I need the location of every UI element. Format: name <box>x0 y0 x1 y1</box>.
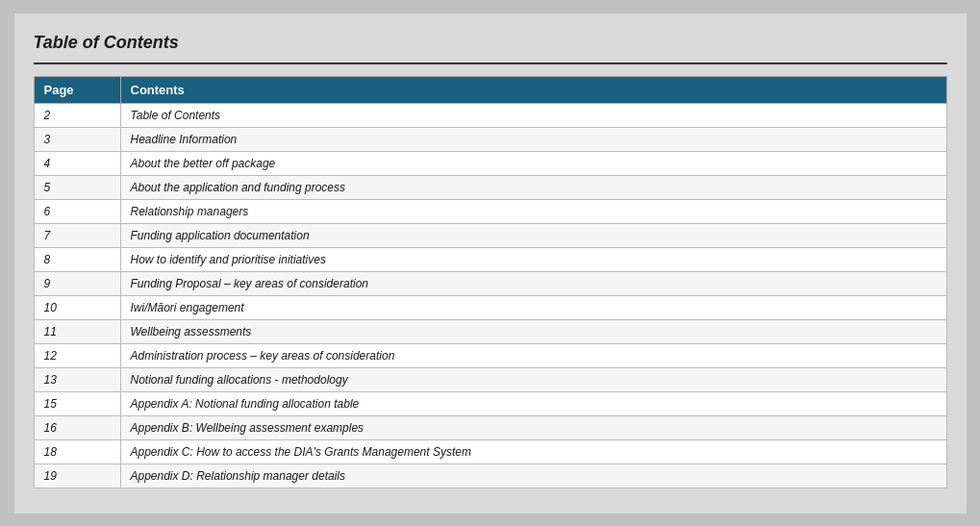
table-row: 4About the better off package <box>34 151 946 175</box>
table-row: 8How to identify and prioritise initiati… <box>34 247 946 271</box>
table-row: 12Administration process – key areas of … <box>34 343 946 367</box>
contents-cell: About the better off package <box>120 151 946 175</box>
page-number-cell: 2 <box>34 103 120 127</box>
page-number-cell: 16 <box>34 415 120 439</box>
page-number-cell: 4 <box>34 151 120 175</box>
title-divider <box>34 63 947 64</box>
contents-cell: Wellbeing assessments <box>120 319 946 343</box>
page-column-header: Page <box>34 76 120 103</box>
page-title: Table of Contents <box>34 33 947 53</box>
contents-cell: Appendix D: Relationship manager details <box>120 463 946 488</box>
table-row: 13Notional funding allocations - methodo… <box>34 367 946 391</box>
table-row: 3Headline Information <box>34 127 946 151</box>
page-number-cell: 19 <box>34 463 120 488</box>
table-row: 6Relationship managers <box>34 199 946 223</box>
contents-cell: Table of Contents <box>120 103 946 127</box>
page-number-cell: 3 <box>34 127 120 151</box>
table-row: 11Wellbeing assessments <box>34 319 946 343</box>
page-number-cell: 5 <box>34 175 120 199</box>
contents-cell: Headline Information <box>120 127 946 151</box>
contents-cell: Iwi/Māori engagement <box>120 295 946 319</box>
contents-cell: About the application and funding proces… <box>120 175 946 199</box>
toc-body: 2Table of Contents3Headline Information4… <box>34 103 946 488</box>
page-number-cell: 8 <box>34 247 120 271</box>
page-number-cell: 13 <box>34 367 120 391</box>
page-number-cell: 10 <box>34 295 120 319</box>
page-number-cell: 6 <box>34 199 120 223</box>
table-row: 9Funding Proposal – key areas of conside… <box>34 271 946 295</box>
contents-cell: Relationship managers <box>120 199 946 223</box>
contents-cell: Appendix C: How to access the DIA's Gran… <box>120 439 946 463</box>
table-header-row: Page Contents <box>34 76 946 103</box>
page-number-cell: 7 <box>34 223 120 247</box>
contents-cell: Notional funding allocations - methodolo… <box>120 367 946 391</box>
contents-cell: How to identify and prioritise initiativ… <box>120 247 946 271</box>
table-row: 10Iwi/Māori engagement <box>34 295 946 319</box>
page-number-cell: 11 <box>34 319 120 343</box>
page-number-cell: 18 <box>34 439 120 463</box>
contents-cell: Appendix A: Notional funding allocation … <box>120 391 946 415</box>
contents-cell: Appendix B: Wellbeing assessment example… <box>120 415 946 439</box>
table-row: 5About the application and funding proce… <box>34 175 946 199</box>
contents-column-header: Contents <box>120 76 946 103</box>
page-number-cell: 15 <box>34 391 120 415</box>
table-row: 19Appendix D: Relationship manager detai… <box>34 463 946 488</box>
contents-cell: Funding application documentation <box>120 223 946 247</box>
toc-table: Page Contents 2Table of Contents3Headlin… <box>34 76 947 488</box>
table-row: 18Appendix C: How to access the DIA's Gr… <box>34 439 946 463</box>
page-number-cell: 12 <box>34 343 120 367</box>
page-number-cell: 9 <box>34 271 120 295</box>
table-row: 2Table of Contents <box>34 103 946 127</box>
table-row: 15Appendix A: Notional funding allocatio… <box>34 391 946 415</box>
contents-cell: Administration process – key areas of co… <box>120 343 946 367</box>
table-row: 7Funding application documentation <box>34 223 946 247</box>
table-row: 16Appendix B: Wellbeing assessment examp… <box>34 415 946 439</box>
page-container: Table of Contents Page Contents 2Table o… <box>14 13 967 513</box>
contents-cell: Funding Proposal – key areas of consider… <box>120 271 946 295</box>
